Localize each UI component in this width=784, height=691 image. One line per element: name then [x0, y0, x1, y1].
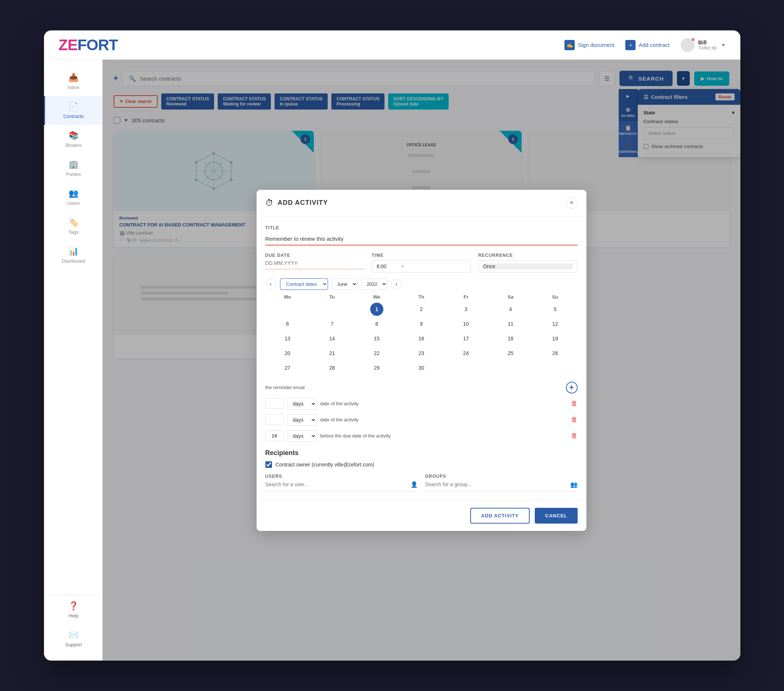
- cal-day-13[interactable]: 13: [281, 332, 294, 345]
- reminders-section: the reminder email + days date of the ac…: [265, 382, 578, 442]
- sign-document-icon: ✍: [565, 40, 575, 50]
- cal-day-1[interactable]: 1: [370, 303, 384, 316]
- calendar-month-select[interactable]: June: [332, 278, 358, 290]
- cal-week-2: 6 7 8 9 10 11 12: [265, 317, 578, 331]
- cal-day-11[interactable]: 11: [504, 317, 517, 331]
- calendar-source-select[interactable]: Contract dates: [280, 278, 328, 290]
- groups-field: GROUPS 👥: [425, 474, 578, 491]
- cal-day-21[interactable]: 21: [326, 347, 339, 360]
- cal-day-14[interactable]: 14: [326, 332, 339, 345]
- cal-day-empty: [326, 303, 339, 316]
- cal-day-8[interactable]: 8: [370, 317, 384, 331]
- group-search-icon: 👥: [570, 481, 578, 488]
- users-groups-grid: USERS 👤 GROUPS: [265, 474, 578, 491]
- cal-day-10[interactable]: 10: [459, 317, 473, 331]
- sidebar-item-label-support: Support: [65, 642, 82, 647]
- cal-day-2[interactable]: 2: [415, 303, 428, 316]
- sign-document-label: Sign document: [578, 42, 614, 48]
- main-content: + 🔍 ☰ 🔍 SEARCH ▾ ▶ How to: [103, 60, 740, 661]
- reminder-delete-3[interactable]: 🗑: [571, 416, 578, 424]
- recurrence-select[interactable]: Once: [483, 263, 573, 269]
- reminder-unit-3[interactable]: days: [287, 414, 317, 426]
- cal-day-25[interactable]: 25: [504, 347, 517, 360]
- cal-day-16[interactable]: 16: [415, 332, 428, 345]
- cal-day-15[interactable]: 15: [370, 332, 384, 345]
- activity-title-input[interactable]: [265, 233, 578, 245]
- cal-day-26[interactable]: 26: [549, 347, 562, 360]
- sidebar-item-dashboard[interactable]: 📊 Dashboard: [44, 241, 102, 270]
- cal-day-22[interactable]: 22: [370, 347, 384, 360]
- activity-title-label: TITLE: [265, 225, 578, 230]
- weekday-tu: Tu: [310, 294, 354, 300]
- add-contract-button[interactable]: + Add contract: [625, 40, 669, 50]
- user-company: Trofez ltd.: [698, 45, 718, 51]
- parties-icon: 🏢: [69, 160, 78, 169]
- due-date-label: DUE DATE: [265, 253, 365, 258]
- cal-day-23[interactable]: 23: [415, 347, 428, 360]
- cal-day-5[interactable]: 5: [549, 303, 562, 316]
- cal-day-9[interactable]: 9: [415, 317, 428, 331]
- body-layout: 📥 Inbox 📄 Contracts 📚 Binders 🏢 Parties …: [44, 60, 740, 661]
- cal-day-27[interactable]: 27: [281, 361, 294, 374]
- cal-day-20[interactable]: 20: [281, 347, 294, 360]
- cal-day-29[interactable]: 29: [370, 361, 384, 374]
- time-label: TIME: [372, 253, 471, 258]
- sidebar-item-binders[interactable]: 📚 Binders: [44, 125, 102, 154]
- cal-day-24[interactable]: 24: [459, 347, 473, 360]
- reminder-days-3[interactable]: [265, 415, 284, 425]
- sign-document-button[interactable]: ✍ Sign document: [565, 40, 614, 50]
- sidebar-item-contracts[interactable]: 📄 Contracts: [44, 96, 102, 125]
- add-contract-icon: +: [625, 40, 636, 50]
- sidebar-item-parties[interactable]: 🏢 Parties: [44, 154, 102, 183]
- users-field: USERS 👤: [265, 474, 418, 491]
- cal-day-17[interactable]: 17: [459, 332, 473, 345]
- sidebar-item-tags[interactable]: 🏷️ Tags: [44, 212, 102, 241]
- avatar: [681, 38, 695, 52]
- cal-day-4[interactable]: 4: [504, 303, 517, 316]
- cal-day-28[interactable]: 28: [326, 361, 339, 374]
- user-menu[interactable]: Bill Trofez ltd. ▼: [681, 38, 726, 52]
- users-search-input[interactable]: [265, 481, 408, 487]
- cal-day-30[interactable]: 30: [415, 361, 428, 374]
- user-name: Bill: [698, 39, 718, 45]
- reminder-delete-2[interactable]: 🗑: [571, 400, 578, 407]
- cal-day-12[interactable]: 12: [549, 317, 562, 331]
- cal-day-7[interactable]: 7: [326, 317, 339, 331]
- cancel-button[interactable]: CANCEL: [535, 508, 577, 523]
- due-date-input[interactable]: [265, 260, 365, 266]
- cal-day-19[interactable]: 19: [549, 332, 562, 345]
- modal-close-button[interactable]: ×: [566, 197, 578, 209]
- sidebar-item-label-parties: Parties: [66, 171, 81, 177]
- reminder-unit-2[interactable]: days: [287, 398, 317, 410]
- cal-day-3[interactable]: 3: [459, 303, 473, 316]
- user-info: Bill Trofez ltd.: [698, 39, 718, 51]
- reminder-text-2: date of the activity: [320, 401, 567, 406]
- time-input[interactable]: [376, 263, 399, 269]
- reminder-unit-4[interactable]: days: [287, 430, 317, 442]
- cal-day-18[interactable]: 18: [504, 332, 517, 345]
- time-input-wrap: ▾: [372, 260, 471, 273]
- add-activity-button[interactable]: ADD ACTIVITY: [470, 508, 530, 523]
- modal-body: TITLE DUE DATE TIME: [257, 217, 586, 500]
- sidebar-item-support[interactable]: ✉️ Support: [44, 624, 102, 653]
- sidebar-item-label-help: Help: [69, 613, 78, 619]
- sidebar-item-users[interactable]: 👥 Users: [44, 183, 102, 212]
- add-reminder-button[interactable]: +: [566, 382, 578, 393]
- owner-checkbox[interactable]: [265, 461, 272, 468]
- sidebar-item-help[interactable]: ❓ Help: [44, 596, 102, 624]
- sidebar-item-inbox[interactable]: 📥 Inbox: [44, 67, 102, 96]
- header-actions: ✍ Sign document + Add contract Bill Trof…: [565, 38, 725, 52]
- date-time-row: DUE DATE TIME ▾: [265, 253, 578, 273]
- cal-prev-button[interactable]: ‹: [265, 278, 277, 290]
- weekday-th: Th: [399, 294, 444, 300]
- time-chevron-icon: ▾: [401, 264, 404, 269]
- sidebar-item-label-contracts: Contracts: [63, 114, 84, 119]
- reminder-days-4[interactable]: [265, 431, 284, 441]
- groups-search-input[interactable]: [425, 481, 567, 487]
- sidebar-item-label-dashboard: Dashboard: [62, 258, 86, 264]
- cal-day-6[interactable]: 6: [281, 317, 294, 331]
- reminder-days-2[interactable]: [265, 398, 284, 409]
- calendar-year-select[interactable]: 2022: [361, 278, 387, 290]
- reminder-delete-4[interactable]: 🗑: [571, 432, 578, 440]
- cal-next-button[interactable]: ›: [391, 278, 402, 290]
